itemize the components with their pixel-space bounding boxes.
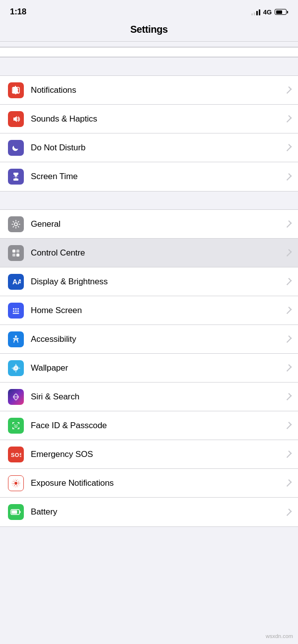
svg-marker-4 bbox=[13, 116, 17, 122]
signal-icon bbox=[251, 8, 260, 15]
svg-rect-12 bbox=[16, 254, 19, 257]
settings-row-display[interactable]: AA Display & Brightness bbox=[0, 267, 298, 296]
battery-chevron bbox=[285, 509, 292, 516]
svg-rect-3 bbox=[13, 90, 17, 91]
sounds-chevron bbox=[285, 115, 292, 123]
settings-row-general[interactable]: General bbox=[0, 210, 298, 239]
svg-point-21 bbox=[15, 335, 17, 337]
svg-rect-11 bbox=[12, 254, 15, 257]
svg-rect-6 bbox=[13, 179, 18, 181]
wallpaper-icon bbox=[8, 360, 24, 376]
svg-point-18 bbox=[15, 310, 17, 312]
watermark: wsxdn.com bbox=[266, 633, 293, 639]
sounds-label: Sounds & Haptics bbox=[31, 114, 282, 124]
display-chevron bbox=[285, 278, 292, 285]
control-svg bbox=[11, 248, 21, 258]
general-label: General bbox=[31, 219, 282, 229]
control-label: Control Centre bbox=[31, 248, 282, 258]
screentime-icon bbox=[8, 169, 24, 185]
accessibility-svg bbox=[11, 334, 21, 344]
settings-row-battery[interactable]: Battery bbox=[0, 498, 298, 526]
settings-row-notifications[interactable]: Notifications bbox=[0, 76, 298, 105]
settings-row-sounds[interactable]: Sounds & Haptics bbox=[0, 105, 298, 133]
partial-section bbox=[0, 47, 298, 58]
svg-rect-41 bbox=[12, 511, 17, 514]
homescreen-chevron bbox=[285, 307, 292, 314]
sos-svg: SOS bbox=[10, 451, 21, 458]
accessibility-label: Accessibility bbox=[31, 334, 282, 344]
page-title-bar: Settings bbox=[0, 21, 298, 42]
hourglass-svg bbox=[11, 172, 21, 182]
svg-rect-32 bbox=[12, 427, 13, 429]
svg-rect-42 bbox=[20, 511, 21, 513]
settings-row-exposure[interactable]: Exposure Notifications bbox=[0, 469, 298, 498]
battery-label: Battery bbox=[31, 507, 282, 517]
status-time: 1:18 bbox=[10, 7, 26, 17]
settings-row-wallpaper[interactable]: Wallpaper bbox=[0, 354, 298, 383]
sos-label: Emergency SOS bbox=[31, 450, 282, 459]
svg-point-34 bbox=[14, 424, 15, 425]
faceid-svg bbox=[11, 421, 21, 431]
svg-point-19 bbox=[17, 310, 19, 312]
battery-settings-icon bbox=[8, 504, 24, 520]
settings-row-dnd[interactable]: Do Not Disturb bbox=[0, 133, 298, 162]
settings-row-faceid[interactable]: Face ID & Passcode bbox=[0, 411, 298, 440]
control-chevron bbox=[285, 249, 292, 257]
svg-rect-2 bbox=[13, 89, 18, 90]
wallpaper-svg bbox=[11, 363, 21, 373]
battery-icon bbox=[275, 9, 288, 15]
general-chevron bbox=[285, 220, 292, 228]
svg-text:AA: AA bbox=[12, 278, 21, 286]
settings-row-siri[interactable]: Siri & Search bbox=[0, 383, 298, 411]
screentime-chevron bbox=[285, 173, 292, 181]
section-2: General Control Centre AA Display & Brig… bbox=[0, 209, 298, 527]
status-bar: 1:18 4G bbox=[0, 0, 298, 21]
siri-label: Siri & Search bbox=[31, 392, 282, 402]
exposure-icon bbox=[8, 475, 24, 491]
faceid-icon bbox=[8, 418, 24, 434]
svg-rect-10 bbox=[16, 250, 19, 253]
settings-row-sos[interactable]: SOS Emergency SOS bbox=[0, 440, 298, 469]
faceid-label: Face ID & Passcode bbox=[31, 421, 282, 431]
svg-rect-20 bbox=[13, 313, 19, 314]
svg-point-15 bbox=[15, 308, 17, 310]
accessibility-icon bbox=[8, 331, 24, 347]
svg-point-17 bbox=[13, 310, 14, 312]
svg-rect-31 bbox=[19, 422, 20, 424]
notifications-chevron bbox=[285, 86, 292, 94]
svg-rect-33 bbox=[19, 427, 20, 429]
svg-rect-9 bbox=[12, 250, 15, 253]
faceid-chevron bbox=[285, 422, 292, 429]
siri-chevron bbox=[285, 393, 292, 400]
display-svg: AA bbox=[11, 277, 21, 287]
notifications-label: Notifications bbox=[31, 85, 282, 95]
moon-svg bbox=[11, 143, 21, 153]
svg-point-37 bbox=[14, 482, 17, 485]
notifications-icon bbox=[8, 82, 24, 98]
settings-row-control[interactable]: Control Centre bbox=[0, 239, 298, 267]
siri-svg bbox=[11, 392, 21, 402]
general-icon bbox=[8, 216, 24, 232]
gear-svg bbox=[11, 219, 21, 229]
settings-row-accessibility[interactable]: Accessibility bbox=[0, 325, 298, 354]
exposure-svg bbox=[11, 478, 21, 488]
dnd-icon bbox=[8, 140, 24, 156]
svg-text:SOS: SOS bbox=[11, 452, 21, 458]
section-1: Notifications Sounds & Haptics Do Not Di… bbox=[0, 75, 298, 192]
svg-rect-5 bbox=[13, 173, 18, 175]
sos-chevron bbox=[285, 451, 292, 458]
wallpaper-chevron bbox=[285, 364, 292, 372]
sounds-icon bbox=[8, 111, 24, 127]
wallpaper-label: Wallpaper bbox=[31, 363, 282, 373]
svg-rect-30 bbox=[12, 422, 13, 424]
settings-row-screentime[interactable]: Screen Time bbox=[0, 162, 298, 191]
dnd-chevron bbox=[285, 144, 292, 151]
sos-icon: SOS bbox=[8, 447, 24, 462]
settings-row-homescreen[interactable]: Home Screen bbox=[0, 296, 298, 325]
dnd-label: Do Not Disturb bbox=[31, 143, 282, 153]
network-indicator: 4G bbox=[263, 8, 272, 16]
accessibility-chevron bbox=[285, 335, 292, 343]
svg-point-35 bbox=[17, 424, 18, 425]
svg-point-8 bbox=[14, 223, 17, 226]
control-icon bbox=[8, 245, 24, 261]
